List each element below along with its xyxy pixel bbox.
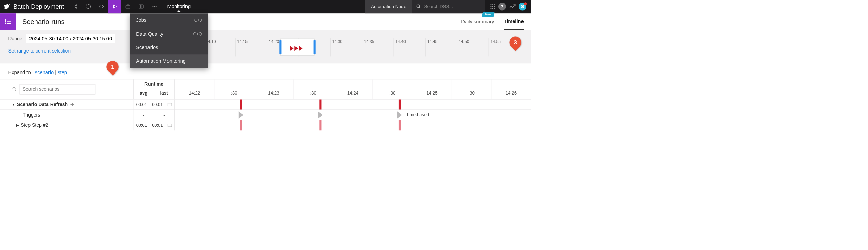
briefcase-icon[interactable] (121, 0, 135, 13)
share-icon[interactable] (68, 0, 81, 13)
svg-rect-20 (492, 6, 493, 7)
page-title: Scenario runs (16, 18, 65, 26)
table-row[interactable]: Triggers -- Time-based (0, 109, 531, 120)
svg-rect-16 (491, 4, 492, 5)
svg-rect-18 (494, 4, 495, 5)
svg-rect-23 (492, 8, 493, 9)
svg-rect-21 (494, 6, 495, 7)
page-subheader: Scenario runs Daily summary Timeline (0, 13, 531, 30)
svg-rect-22 (491, 8, 492, 9)
trigger-marker[interactable] (318, 111, 322, 119)
hamburger-icon[interactable] (0, 13, 16, 30)
mini-tick: 14:40 (394, 38, 425, 56)
expand-prefix: Expand to : (8, 69, 35, 75)
avg-header: avg (140, 90, 147, 96)
grid-icon[interactable] (135, 0, 148, 13)
automation-node-label[interactable]: Automation Node (365, 0, 412, 13)
range-link[interactable]: Set range to current selection (8, 48, 71, 54)
trend-icon[interactable] (509, 4, 516, 9)
expand-step-link[interactable]: step (58, 69, 67, 75)
app-logo[interactable] (0, 3, 13, 10)
svg-point-25 (5, 20, 6, 21)
search-container (412, 0, 485, 13)
help-icon[interactable]: ? (498, 3, 506, 11)
brush-handle-right[interactable] (314, 40, 316, 54)
more-icon[interactable] (148, 0, 161, 13)
svg-point-5 (86, 4, 91, 9)
run-marker[interactable] (399, 120, 401, 130)
scenario-search-input[interactable] (19, 84, 95, 95)
mini-tick: 14:35 (362, 38, 393, 56)
time-tick: 14:23 (254, 79, 293, 99)
dropdown-item-scenarios[interactable]: Scenarios (130, 41, 208, 54)
mini-tick: 14:15 (235, 38, 267, 56)
trigger-marker[interactable] (397, 111, 401, 119)
top-nav-bar: Batch Deployment Monitoring Automation N… (0, 0, 531, 13)
run-marker[interactable] (319, 120, 321, 130)
expand-icon[interactable]: ▶ (16, 123, 19, 127)
svg-line-3 (74, 5, 76, 6)
dropdown-item-automation-monitoring[interactable]: Automation Monitoring (130, 54, 208, 68)
svg-rect-19 (491, 6, 492, 7)
time-tick: :30 (373, 79, 412, 99)
dropdown-item-jobs[interactable]: JobsG+J (130, 13, 208, 27)
time-tick: :30 (452, 79, 491, 99)
mini-run-markers (290, 46, 303, 51)
mini-tick: 14:50 (457, 38, 489, 56)
brush-handle-left[interactable] (279, 40, 281, 54)
svg-point-31 (13, 88, 15, 90)
dropdown-item-data-quality[interactable]: Data QualityG+Q (130, 27, 208, 40)
run-marker[interactable] (240, 120, 242, 130)
code-icon[interactable] (95, 0, 108, 13)
table-row[interactable]: ▶Step Step #2 00:0100:01 (0, 120, 531, 130)
search-input[interactable] (421, 4, 481, 9)
last-header: last (160, 90, 168, 96)
apps-icon[interactable] (490, 4, 495, 9)
run-marker[interactable] (240, 99, 242, 110)
mini-tick: 14:30 (330, 38, 362, 56)
callout-pin-1: 1 (106, 61, 118, 76)
svg-rect-17 (492, 4, 493, 5)
trigger-marker[interactable] (239, 111, 243, 119)
avatar[interactable]: S (519, 3, 526, 11)
svg-point-13 (156, 6, 157, 7)
arrow-right-icon[interactable]: ➔ (70, 102, 74, 107)
run-marker[interactable] (399, 99, 401, 110)
collapse-icon[interactable]: ▼ (12, 103, 15, 106)
run-dropdown: JobsG+J Data QualityG+Q Scenarios Automa… (130, 13, 208, 68)
monitoring-tab[interactable]: Monitoring (161, 4, 197, 9)
svg-line-32 (15, 90, 16, 91)
search-icon (12, 87, 16, 91)
svg-rect-7 (126, 6, 130, 8)
svg-rect-8 (139, 5, 143, 8)
time-tick: :30 (214, 79, 254, 99)
table-row[interactable]: ▼Scenario Data Refresh➔ 00:0100:01 (0, 99, 531, 110)
tab-timeline[interactable]: Timeline (504, 13, 524, 30)
search-icon (416, 4, 421, 9)
run-icon[interactable] (108, 0, 121, 13)
svg-point-14 (417, 5, 420, 8)
expand-scenario-link[interactable]: scenario (35, 69, 54, 75)
svg-line-4 (74, 7, 76, 8)
svg-point-29 (5, 23, 6, 24)
flow-icon[interactable] (81, 0, 95, 13)
mini-tick: 14:10 (203, 38, 235, 56)
gantt-header: Runtime avglast 14:22 :30 14:23 :30 14:2… (0, 79, 531, 99)
svg-point-11 (153, 6, 154, 7)
range-input[interactable] (26, 34, 115, 43)
gantt-table: Runtime avglast 14:22 :30 14:23 :30 14:2… (0, 79, 531, 130)
time-tick: :30 (293, 79, 333, 99)
time-tick: 14:25 (412, 79, 452, 99)
time-tick: 14:26 (491, 79, 531, 99)
callout-pin-3: 3 (509, 37, 521, 52)
chart-icon[interactable] (168, 103, 172, 106)
svg-point-27 (5, 21, 6, 22)
chart-icon[interactable] (168, 124, 172, 127)
runtime-header: Runtime (134, 79, 174, 87)
notification-dot-icon (524, 2, 527, 5)
time-tick: 14:24 (333, 79, 373, 99)
svg-rect-24 (494, 8, 495, 9)
project-title[interactable]: Batch Deployment (13, 3, 68, 10)
mini-timeline[interactable]: 14:10 14:15 14:20 14:25 14:30 14:35 14:4… (203, 38, 520, 56)
run-marker[interactable] (319, 99, 321, 110)
